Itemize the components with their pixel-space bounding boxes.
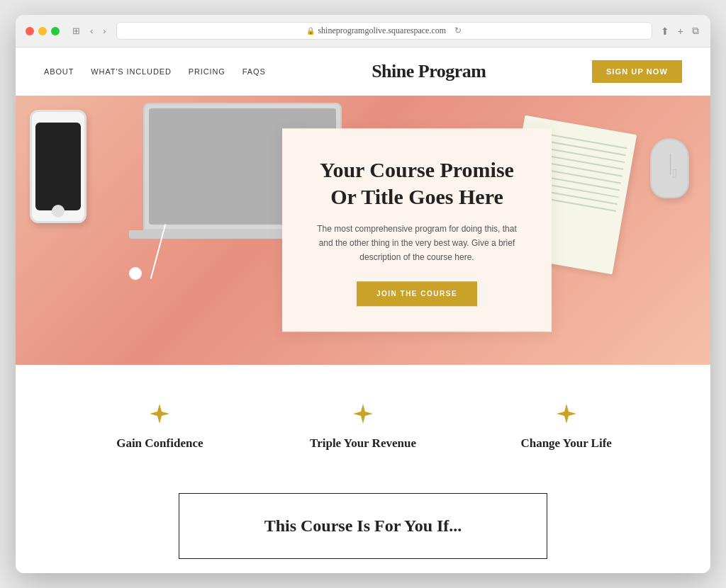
hero-card: Your Course PromiseOr Title Goes Here Th… (282, 128, 552, 332)
earphones-decoration (101, 237, 214, 280)
traffic-lights (26, 27, 60, 35)
nav-about[interactable]: ABOUT (44, 67, 74, 76)
feature-title-2: Triple Your Revenue (262, 436, 465, 451)
lock-icon: 🔒 (306, 27, 315, 35)
new-tab-button[interactable]: + (676, 24, 685, 38)
svg-marker-1 (353, 404, 373, 424)
hero-section:  Your Course PromiseOr Title Goes Here … (16, 96, 710, 365)
svg-marker-0 (150, 404, 169, 424)
course-section: This Course Is For You If... (16, 479, 710, 573)
nav-faqs[interactable]: FAQs (242, 67, 266, 76)
address-bar[interactable]: 🔒 shineprogramgolive.squarespace.com ↻ (116, 22, 652, 40)
reload-icon[interactable]: ↻ (454, 26, 462, 36)
share-button[interactable]: ⬆ (659, 24, 671, 38)
browser-controls: ⊞ ‹ › (69, 24, 109, 38)
earphone-bud (129, 267, 142, 280)
signup-button[interactable]: SIGN UP NOW (592, 60, 682, 83)
feature-title-3: Change Your Life (464, 436, 668, 451)
feature-title-1: Gain Confidence (58, 436, 262, 451)
navigation: ABOUT WHAT'S INCLUDED PRICING FAQs Shine… (16, 47, 710, 96)
phone-home-button (52, 205, 65, 217)
hero-card-description: The most comprehensive program for doing… (311, 222, 523, 264)
website-content: ABOUT WHAT'S INCLUDED PRICING FAQs Shine… (16, 47, 710, 573)
fullscreen-button[interactable] (51, 27, 60, 35)
star-icon-3 (557, 404, 576, 424)
phone-screen (35, 123, 81, 210)
tabs-button[interactable]: ⧉ (691, 23, 700, 38)
browser-window: ⊞ ‹ › 🔒 shineprogramgolive.squarespace.c… (16, 15, 710, 573)
feature-change-life: Change Your Life (464, 404, 668, 451)
hero-background:  Your Course PromiseOr Title Goes Here … (16, 96, 710, 365)
nav-whats-included[interactable]: WHAT'S INCLUDED (91, 67, 172, 76)
features-section: Gain Confidence Triple Your Revenue Chan… (16, 365, 710, 479)
site-title: Shine Program (266, 61, 592, 82)
feature-gain-confidence: Gain Confidence (58, 404, 262, 451)
nav-pricing[interactable]: PRICING (189, 67, 225, 76)
course-box-title: This Course Is For You If... (222, 516, 504, 536)
back-button[interactable]: ‹ (87, 24, 96, 38)
url-text: shineprogramgolive.squarespace.com (318, 26, 446, 36)
star-icon-2 (353, 404, 373, 424)
phone-decoration (30, 110, 86, 223)
minimize-button[interactable] (38, 27, 47, 35)
course-box: This Course Is For You If... (179, 493, 547, 559)
browser-chrome: ⊞ ‹ › 🔒 shineprogramgolive.squarespace.c… (16, 15, 710, 47)
star-icon-1 (150, 404, 169, 424)
sidebar-toggle-button[interactable]: ⊞ (69, 24, 83, 38)
nav-left: ABOUT WHAT'S INCLUDED PRICING FAQs (44, 67, 266, 76)
feature-triple-revenue: Triple Your Revenue (262, 404, 465, 451)
join-course-button[interactable]: JOIN THE COURSE (357, 282, 477, 307)
apple-logo-decoration:  (672, 166, 677, 181)
forward-button[interactable]: › (100, 24, 108, 38)
browser-actions: ⬆ + ⧉ (659, 23, 700, 38)
svg-marker-2 (557, 404, 576, 424)
mouse-decoration (650, 138, 689, 198)
close-button[interactable] (26, 27, 34, 35)
hero-card-title: Your Course PromiseOr Title Goes Here (311, 157, 523, 210)
